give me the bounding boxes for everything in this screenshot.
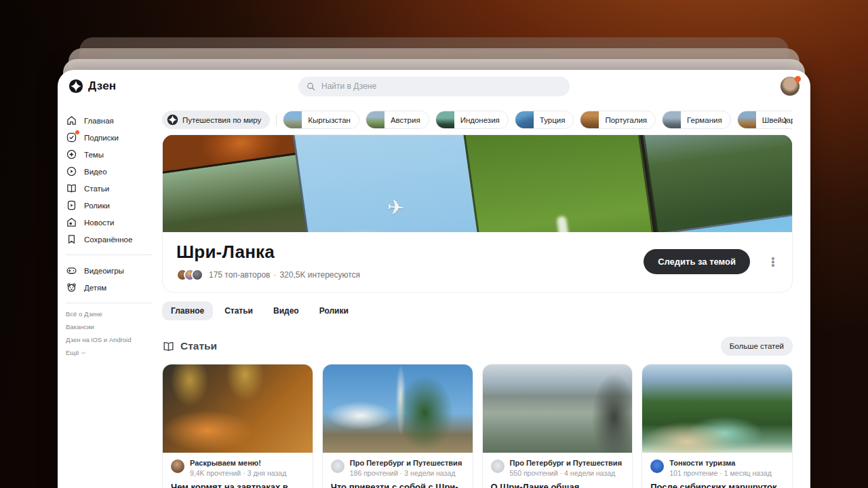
zen-app-window: Дзен Главная Подписки Темы bbox=[58, 70, 810, 488]
article-cards-grid: Раскрываем меню! 9,4K прочтений·3 дня на… bbox=[162, 364, 793, 488]
sidebar-item-label: Детям bbox=[84, 284, 106, 292]
hero-info-row: Шри-Ланка 175 топ-авторов·320,5K интерес… bbox=[163, 232, 792, 292]
collage-waterfall-photo bbox=[461, 135, 674, 232]
sidebar-item-kids[interactable]: Детям bbox=[66, 279, 162, 296]
article-image bbox=[483, 364, 633, 453]
chip-thumbnail bbox=[436, 111, 454, 129]
chip-label: Индонезия bbox=[454, 116, 508, 124]
article-meta: 9,4K прочтений·3 дня назад bbox=[190, 469, 286, 477]
sidebar-footer-link[interactable]: Всё о Дзене bbox=[66, 310, 162, 318]
sidebar-item-label: Ролики bbox=[84, 202, 110, 210]
chip-germany[interactable]: Германия bbox=[662, 111, 731, 129]
channel-avatar bbox=[650, 459, 664, 473]
sidebar-item-label: Новости bbox=[84, 219, 115, 227]
more-articles-button[interactable]: Больше статей bbox=[721, 337, 793, 356]
article-card[interactable]: Тонкости туризма 101 прочтение·1 месяц н… bbox=[642, 364, 793, 488]
main-content: Путешествия по миру Кыргызстан Австрия И… bbox=[162, 102, 810, 488]
chip-thumbnail bbox=[580, 111, 599, 129]
sidebar-divider bbox=[66, 303, 153, 303]
hero-collage: ✈ bbox=[163, 135, 792, 232]
chip-turkey[interactable]: Турция bbox=[515, 111, 574, 129]
article-meta: 101 прочтение·1 месяц назад bbox=[669, 469, 772, 477]
sidebar-item-news[interactable]: Новости bbox=[66, 214, 162, 231]
sidebar-item-home[interactable]: Главная bbox=[66, 112, 162, 129]
article-title[interactable]: О Шри-Ланке общая информация для туриста… bbox=[491, 482, 625, 488]
sidebar-item-articles[interactable]: Статьи bbox=[66, 180, 162, 197]
sidebar-item-subs[interactable]: Подписки bbox=[66, 129, 162, 146]
sidebar-item-reels[interactable]: Ролики bbox=[66, 197, 162, 214]
channel-avatar bbox=[491, 459, 505, 473]
tab-статьи[interactable]: Статьи bbox=[216, 301, 262, 320]
chips-divider bbox=[276, 115, 277, 126]
sidebar-footer-link[interactable]: Дзен на iOS и Android bbox=[66, 336, 162, 343]
notification-dot bbox=[795, 76, 801, 82]
article-title[interactable]: Что привезти с собой с Шри-Ланки bbox=[331, 482, 465, 488]
tab-ролики[interactable]: Ролики bbox=[311, 301, 357, 320]
sidebar-item-label: Подписки bbox=[84, 134, 119, 142]
chip-portugal[interactable]: Португалия bbox=[580, 111, 656, 129]
sidebar-item-saved[interactable]: Сохранённое bbox=[66, 231, 162, 248]
article-card[interactable]: Про Петербург и Путешествия 186 прочтени… bbox=[322, 364, 473, 488]
chip-travel-world[interactable]: Путешествия по миру bbox=[162, 111, 270, 129]
chip-thumbnail bbox=[366, 111, 384, 129]
sidebar-item-topics[interactable]: Темы bbox=[66, 146, 162, 163]
channel-name[interactable]: Раскрываем меню! bbox=[190, 459, 286, 468]
sidebar-item-label: Сохранённое bbox=[84, 236, 132, 244]
article-title[interactable]: Чем кормят на завтраках в отеле Anantara… bbox=[171, 482, 304, 488]
channel-name[interactable]: Тонкости туризма bbox=[669, 459, 772, 468]
tab-главное[interactable]: Главное bbox=[162, 301, 213, 320]
sidebar: Главная Подписки Темы Видео Статьи Ролик… bbox=[58, 102, 162, 488]
sidebar-item-video[interactable]: Видео bbox=[66, 163, 162, 180]
article-image bbox=[642, 364, 792, 453]
chips-scroll-right-button[interactable] bbox=[778, 113, 793, 128]
more-options-kebab-icon[interactable]: ••• bbox=[768, 257, 778, 267]
chip-label: Австрия bbox=[384, 116, 429, 124]
airplane-icon: ✈ bbox=[386, 195, 405, 220]
user-avatar[interactable] bbox=[781, 77, 800, 96]
chip-label: Германия bbox=[681, 116, 730, 124]
chevron-down-icon bbox=[81, 350, 86, 356]
channel-name[interactable]: Про Петербург и Путешествия bbox=[350, 459, 462, 468]
articles-section-title: Статьи bbox=[180, 340, 217, 352]
channel-name[interactable]: Про Петербург и Путешествия bbox=[510, 459, 623, 468]
chip-thumbnail bbox=[515, 111, 534, 129]
articles-book-icon bbox=[162, 340, 175, 353]
chip-kyrgyzstan[interactable]: Кыргызстан bbox=[283, 111, 359, 129]
search-bar[interactable] bbox=[298, 77, 570, 96]
chips-scroll: Кыргызстан Австрия Индонезия Турция Порт… bbox=[283, 111, 793, 129]
chevron-right-icon bbox=[781, 116, 789, 124]
topic-icon bbox=[167, 114, 178, 126]
article-image bbox=[163, 364, 313, 453]
sidebar-footer-link[interactable]: Вакансии bbox=[66, 323, 162, 331]
search-icon bbox=[306, 81, 316, 92]
article-card[interactable]: Про Петербург и Путешествия 550 прочтени… bbox=[482, 364, 633, 488]
article-image bbox=[323, 364, 473, 453]
top-authors-avatars bbox=[176, 269, 203, 281]
zen-logo[interactable]: Дзен bbox=[68, 79, 116, 94]
sidebar-item-games[interactable]: Видеоигры bbox=[66, 262, 162, 279]
article-title[interactable]: После сибирских маршруток басы нам не ст… bbox=[650, 482, 784, 488]
article-card[interactable]: Раскрываем меню! 9,4K прочтений·3 дня на… bbox=[162, 364, 313, 488]
sidebar-nav-main: Главная Подписки Темы Видео Статьи Ролик… bbox=[66, 112, 162, 248]
search-input[interactable] bbox=[321, 81, 562, 91]
tab-видео[interactable]: Видео bbox=[264, 301, 308, 320]
chip-thumbnail bbox=[663, 111, 681, 129]
sidebar-divider bbox=[66, 255, 153, 255]
follow-topic-button[interactable]: Следить за темой bbox=[644, 249, 750, 274]
chip-thumbnail bbox=[738, 111, 756, 129]
sidebar-item-label: Статьи bbox=[84, 185, 109, 193]
channel-avatar bbox=[331, 459, 344, 473]
unread-badge bbox=[75, 130, 79, 134]
chip-thumbnail bbox=[283, 111, 302, 129]
topic-stats: 175 топ-авторов·320,5K интересуются bbox=[209, 270, 360, 280]
chip-label: Кыргызстан bbox=[302, 116, 359, 124]
chip-indonesia[interactable]: Индонезия bbox=[435, 111, 509, 129]
sidebar-item-label: Темы bbox=[84, 151, 104, 159]
channel-avatar bbox=[171, 459, 184, 473]
chip-austria[interactable]: Австрия bbox=[366, 111, 429, 129]
chip-label: Турция bbox=[534, 116, 574, 124]
sidebar-more-link[interactable]: Ещё bbox=[66, 349, 162, 356]
topic-hero-card: ✈ Шри-Ланка bbox=[162, 134, 793, 293]
article-meta: 550 прочтений·4 недели назад bbox=[510, 469, 623, 477]
article-meta: 186 прочтений·3 недели назад bbox=[350, 469, 462, 477]
